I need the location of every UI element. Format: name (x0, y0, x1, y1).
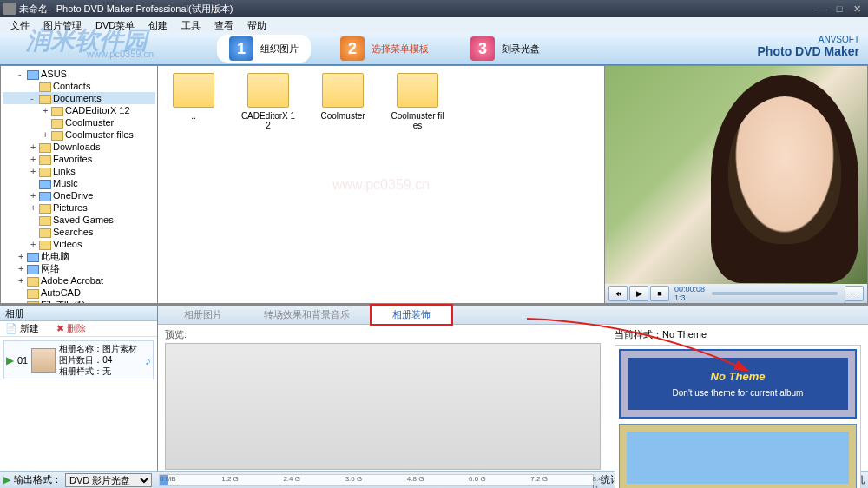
menu-item[interactable]: 文件 (3, 19, 36, 32)
music-icon: ♪ (145, 353, 151, 367)
menu-item[interactable]: 工具 (174, 19, 207, 32)
step-3[interactable]: 3刻录光盘 (458, 35, 552, 63)
theme-pane: 当前样式：No Theme No Theme Don't use theme f… (608, 325, 868, 488)
minimize-button[interactable]: — (814, 3, 830, 15)
album-header: 相册 (0, 306, 157, 321)
tree-node[interactable]: +Favorites (3, 153, 155, 165)
menu-item[interactable]: DVD菜单 (89, 19, 141, 32)
step-1[interactable]: 1组织图片 (217, 35, 311, 63)
delete-album-button[interactable]: ✖删除 (56, 323, 86, 334)
tree-node[interactable]: +Pictures (3, 201, 155, 214)
close-button[interactable]: ✕ (849, 3, 865, 15)
album-toolbar: 📄新建 ✖删除 (0, 321, 157, 337)
app-icon (3, 3, 16, 15)
play-icon: ▶ (6, 354, 14, 366)
new-icon: 📄 (5, 323, 17, 334)
tree-node[interactable]: Contacts (3, 80, 155, 92)
output-format-select[interactable]: DVD 影片光盘 (65, 473, 152, 487)
player-time: 00:00:081:3 (674, 285, 705, 302)
tab[interactable]: 转场效果和背景音乐 (243, 306, 371, 324)
folder-item[interactable]: Coolmuster files (389, 73, 446, 130)
decoration-preview: 预览: (158, 325, 608, 488)
album-pane: 相册 📄新建 ✖删除 ▶01相册名称：图片素材图片数目：04相册样式：无♪ (0, 306, 158, 471)
prev-button[interactable]: ⏮ (608, 286, 628, 301)
tree-node[interactable]: Saved Games (3, 214, 155, 226)
tab-strip: 相册图片转场效果和背景音乐相册装饰 (158, 306, 868, 325)
tab[interactable]: 相册图片 (163, 306, 243, 324)
play-icon: ▶ (3, 474, 10, 485)
main-area: -ASUSContacts-Documents+CADEditorX 12Coo… (0, 64, 868, 304)
folder-icon (322, 73, 364, 108)
preview-canvas (165, 343, 601, 470)
theme-item[interactable] (619, 424, 857, 488)
player-controls: ⏮ ▶ ■ 00:00:081:3 ⋯ (605, 284, 867, 303)
tree-node[interactable]: +Downloads (3, 141, 155, 153)
folder-item[interactable]: .. (165, 73, 222, 121)
lower-area: 相册 📄新建 ✖删除 ▶01相册名称：图片素材图片数目：04相册样式：无♪ 相册… (0, 304, 868, 471)
folder-tree[interactable]: -ASUSContacts-Documents+CADEditorX 12Coo… (0, 65, 158, 304)
output-format-label: 输出格式： (14, 473, 62, 486)
step-bar: 润米软件园 www.pc0359.cn 1组织图片2选择菜单模板3刻录光盘 AN… (0, 33, 868, 64)
file-browser[interactable]: www.pc0359.cn ..CADEditorX 12CoolmusterC… (158, 65, 605, 304)
tree-node[interactable]: +CADEditorX 12 (3, 104, 155, 116)
brand-label: ANVSOFT Photo DVD Maker (758, 35, 859, 58)
folder-icon (247, 73, 289, 108)
menu-item[interactable]: 查看 (207, 19, 240, 32)
menubar: 文件图片管理DVD菜单创建工具查看帮助 (0, 17, 868, 33)
tree-node[interactable]: Music (3, 177, 155, 189)
tab[interactable]: 相册装饰 (371, 305, 452, 325)
current-theme-header: 当前样式：No Theme (615, 328, 861, 341)
play-button[interactable]: ▶ (629, 286, 648, 301)
seek-slider[interactable] (712, 292, 838, 295)
folder-icon (173, 73, 214, 108)
titlebar: 未命名 - Photo DVD Maker Professional(试用版本)… (0, 0, 868, 17)
tree-node[interactable]: +Links (3, 165, 155, 177)
step-2[interactable]: 2选择菜单模板 (328, 35, 441, 63)
stop-button[interactable]: ■ (650, 286, 669, 301)
menu-item[interactable]: 帮助 (240, 19, 273, 32)
tree-node[interactable]: +Adobe Acrobat (3, 274, 155, 287)
tab-body: 预览: 当前样式：No Theme No Theme Don't use the… (158, 325, 868, 488)
watermark-url: www.pc0359.cn (87, 49, 154, 59)
disc-usage-ruler: 0 MB1.2 G2.4 G3.6 G4.8 G6.0 G7.2 G8.4 G (159, 474, 594, 486)
tabs-area: 相册图片转场效果和背景音乐相册装饰 预览: 当前样式：No Theme No T… (158, 306, 868, 471)
tree-node[interactable]: Coolmuster (3, 116, 155, 129)
folder-item[interactable]: Coolmuster (314, 73, 372, 121)
theme-list[interactable]: No Theme Don't use theme for current alb… (615, 345, 861, 488)
browser-watermark: www.pc0359.cn (332, 177, 430, 193)
tree-node[interactable]: -ASUS (3, 68, 155, 80)
player-more-button[interactable]: ⋯ (845, 286, 864, 301)
menu-item[interactable]: 图片管理 (36, 19, 89, 32)
folder-item[interactable]: CADEditorX 12 (240, 73, 297, 130)
tree-node[interactable]: -Documents (3, 92, 155, 104)
tree-node[interactable]: +OneDrive (3, 189, 155, 201)
folder-icon (397, 73, 438, 108)
maximize-button[interactable]: □ (832, 3, 847, 15)
theme-item-none[interactable]: No Theme Don't use theme for current alb… (619, 349, 857, 419)
preview-label: 预览: (165, 328, 601, 341)
tree-node[interactable]: FileZilla(1) (3, 299, 155, 304)
album-item[interactable]: ▶01相册名称：图片素材图片数目：04相册样式：无♪ (3, 340, 154, 379)
new-album-button[interactable]: 📄新建 (5, 323, 39, 334)
delete-icon: ✖ (56, 323, 64, 334)
tree-node[interactable]: +Videos (3, 238, 155, 250)
album-list: ▶01相册名称：图片素材图片数目：04相册样式：无♪ (0, 337, 157, 471)
preview-image (605, 66, 867, 284)
tree-node[interactable]: AutoCAD (3, 287, 155, 299)
window-title: 未命名 - Photo DVD Maker Professional(试用版本) (19, 3, 233, 16)
tree-node[interactable]: Searches (3, 226, 155, 238)
menu-item[interactable]: 创建 (141, 19, 174, 32)
preview-panel: ⏮ ▶ ■ 00:00:081:3 ⋯ (605, 65, 868, 304)
album-thumb (31, 348, 56, 373)
tree-node[interactable]: +网络 (3, 262, 155, 274)
tree-node[interactable]: +此电脑 (3, 250, 155, 262)
tree-node[interactable]: +Coolmuster files (3, 129, 155, 141)
